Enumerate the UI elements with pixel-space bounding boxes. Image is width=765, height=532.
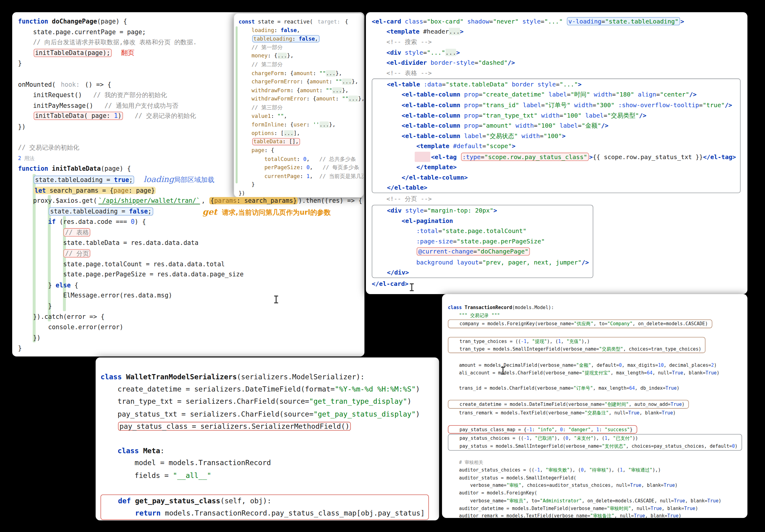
code-line: // 分页 xyxy=(18,248,361,259)
code-line: } xyxy=(239,181,360,189)
code-line: <el-table-column prop="trans_id" label="… xyxy=(372,100,736,110)
code-line: console.error(error) xyxy=(18,322,361,332)
code-line: }).catch(error => { xyxy=(18,311,361,322)
code-line: # 审核相关 xyxy=(448,459,744,466)
code-line: formInline: {user: ''...}, xyxy=(239,121,360,129)
code-line: } xyxy=(18,343,361,353)
code-line: auditor_status_choices = ((-1, "审核失败"), … xyxy=(448,466,744,474)
code-line: } else { xyxy=(18,280,361,290)
code-line: pay_status_choices = ((-1, "已取消"), (0, "… xyxy=(448,435,738,442)
vue-template-snippet[interactable]: <el-card class="box-card" shadow="never"… xyxy=(366,12,748,294)
code-line: <el-table-column prop="amount" width="10… xyxy=(372,120,736,131)
code-line: state.page.totalCount = res.data.data.to… xyxy=(18,259,361,269)
reactive-state-snippet[interactable]: const state = reactive( target: { loadin… xyxy=(234,13,364,198)
text-cursor xyxy=(276,296,277,303)
notes-canvas: function doChangePage(page) { state.page… xyxy=(0,0,765,532)
code-line: auditor = models.ForeignKey( xyxy=(448,489,744,497)
code-line xyxy=(448,392,744,399)
text-cursor xyxy=(411,284,412,290)
highlight-box: tran_type_choices = ((-1, "提现"), (1, "充值… xyxy=(448,337,706,353)
code-line: tran_type_txt = serializers.CharField(so… xyxy=(101,396,435,408)
code-line: pay_status_class_map = {-1: "info", 0: "… xyxy=(448,425,633,433)
django-model-snippet[interactable]: class TransactionRecord(models.Model): "… xyxy=(442,294,748,518)
handwritten-annotation: loading局部区域加载 xyxy=(144,176,215,184)
code-line: tran_type_choices = ((-1, "提现"), (1, "充值… xyxy=(448,337,701,345)
code-line xyxy=(101,432,435,445)
code-line: <el-divider border-style="dashed"/> xyxy=(372,57,744,68)
code-line: :page-size="state.page.perPageSize" xyxy=(372,236,589,247)
code-line: verbose_name="审核", choices=auditor_statu… xyxy=(448,482,744,489)
code-line: options: [...], xyxy=(239,129,360,138)
code-line: fields = "__all__" xyxy=(101,469,435,482)
code-line: <div style="..."...> xyxy=(372,47,744,57)
code-line xyxy=(448,354,744,361)
code-line: <el-table-column label="交易状态" width="100… xyxy=(372,131,736,141)
code-line: chargeFormError: {amount: ""...}, xyxy=(239,78,360,86)
code-line xyxy=(448,328,744,336)
code-line: <!-- 表格 --> xyxy=(372,68,744,78)
code-line: <template #default="scope"> xyxy=(372,141,736,152)
code-line: // 表格 xyxy=(18,227,361,238)
code-line: auditor_remark = models.TextField(verbos… xyxy=(448,512,744,518)
highlight-box: pay_status_choices = ((-1, "已取消"), (0, "… xyxy=(448,434,742,450)
code-line: </div> xyxy=(372,267,589,277)
code-line: state.tableData = res.data.data.data xyxy=(18,238,361,248)
highlight-box: pay_status_class_map = {-1: "info", 0: "… xyxy=(448,425,637,434)
code-line: auditor_datetime = models.DateTimeField(… xyxy=(448,504,744,512)
code-line: trans_id = models.CharField(verbose_name… xyxy=(448,384,744,392)
code-line: @current-change="doChangePage" xyxy=(372,247,589,257)
code-line: </template> xyxy=(372,162,736,172)
code-line: tran_type = models.SmallIntegerField(ver… xyxy=(448,345,701,353)
code-line: }) xyxy=(18,332,361,343)
code-line: create_datetime = serializers.DateTimeFi… xyxy=(101,383,435,395)
code-line: trans_remark = models.TextField(verbose_… xyxy=(448,409,744,417)
highlight-box: <el-table :data="state.tableData" border… xyxy=(372,79,741,193)
code-line: <el-tag :type="scope.row.pay_status_clas… xyxy=(372,152,736,162)
code-line: state.page.perPageSize = res.data.data.p… xyxy=(18,269,361,280)
code-line: <template #header...> xyxy=(372,27,744,37)
code-line: ali_account = models.CharField(verbose_n… xyxy=(448,369,744,376)
highlight-box: create_datetime = models.DateTimeField(v… xyxy=(448,400,689,409)
code-lines: const state = reactive( target: { loadin… xyxy=(239,17,360,197)
code-line: <!-- 分页 --> xyxy=(372,194,744,204)
code-line: page: { xyxy=(239,146,360,155)
highlight-box: company = models.ForeignKey(verbose_name… xyxy=(448,320,712,328)
code-line: :total="state.page.totalCount" xyxy=(372,226,589,236)
text-cursor xyxy=(502,367,503,374)
code-line: company = models.ForeignKey(verbose_name… xyxy=(448,320,708,328)
handwritten-annotation: 翻页 xyxy=(121,49,134,57)
code-line: auditor_status = models.SmallIntegerFiel… xyxy=(448,474,744,482)
code-lines: <el-card class="box-card" shadow="never"… xyxy=(372,16,744,289)
code-line: pay_status_txt = serializers.CharField(s… xyxy=(101,408,435,420)
code-line: proxy.$axios.get(`/api/shipper/wallet/tr… xyxy=(18,196,361,206)
code-line xyxy=(448,417,744,424)
code-line: withdrawForm: {amount: ""...}, xyxy=(239,86,360,95)
code-line: ElMessage.error(res.data.msg) xyxy=(18,290,361,301)
code-line: <el-card class="box-card" shadow="never"… xyxy=(372,16,744,27)
code-line: verbose_name="审核员", to="Administrator", … xyxy=(448,497,744,504)
code-line: currentPage: 1, // 当前页是第几页 xyxy=(239,172,360,181)
code-line: class Meta: xyxy=(101,445,435,457)
code-lines: class TransactionRecord(models.Model): "… xyxy=(448,304,744,518)
code-line: money: {...}, xyxy=(239,52,360,61)
highlight-box: <div style="margin-top: 20px"> <el-pagin… xyxy=(372,205,593,278)
code-line: const state = reactive( target: { xyxy=(239,17,360,26)
code-line: <div style="margin-top: 20px"> xyxy=(372,205,589,216)
code-line: background layout="prev, pager, next, ju… xyxy=(372,257,589,267)
code-line: withdrawFormError: {amount: ""...}, xyxy=(239,95,360,103)
handwritten-annotation: get 请求,当前访问第几页作为url的参数 xyxy=(203,207,331,218)
code-line: amount = models.DecimalField(verbose_nam… xyxy=(448,361,744,369)
code-line: chargeForm: {amount: ""...}, xyxy=(239,69,360,78)
serializer-snippet[interactable]: class WalletTranModelSerializers(seriali… xyxy=(96,358,439,520)
code-line: class WalletTranModelSerializers(seriali… xyxy=(101,371,435,383)
code-line: pay_status_class = serializers.Serialize… xyxy=(101,420,435,432)
code-line: loading: false, xyxy=(239,26,360,35)
code-line: def get_pay_status_class(self, obj): xyxy=(101,495,425,507)
code-line: <el-table-column prop="tran_type_txt" wi… xyxy=(372,110,736,121)
code-line: tableLoading: false, xyxy=(239,35,360,43)
code-line xyxy=(448,376,744,384)
code-line: <el-table :data="state.tableData" border… xyxy=(372,79,736,90)
code-line: // 第二部分 xyxy=(239,61,360,69)
code-line: perPageSize: 0, // 每页多少条 xyxy=(239,163,360,172)
code-line: totalCount: 0, // 总共多少条 xyxy=(239,155,360,163)
